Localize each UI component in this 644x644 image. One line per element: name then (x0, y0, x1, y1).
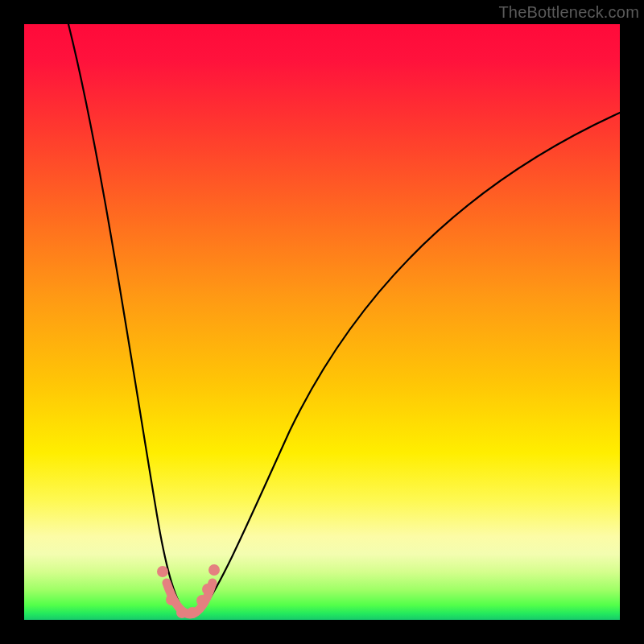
marker-dot (166, 594, 177, 605)
marker-dot (187, 607, 198, 618)
marker-dot (202, 584, 213, 595)
marker-dot (176, 607, 188, 618)
marker-dot (157, 566, 168, 577)
marker-dot (208, 564, 220, 576)
watermark-text: TheBottleneck.com (498, 3, 639, 22)
curve-svg (24, 24, 620, 620)
marker-dot (196, 595, 208, 606)
plot-area (24, 24, 620, 620)
chart-frame: TheBottleneck.com (0, 0, 644, 644)
bottleneck-curve (68, 24, 620, 615)
